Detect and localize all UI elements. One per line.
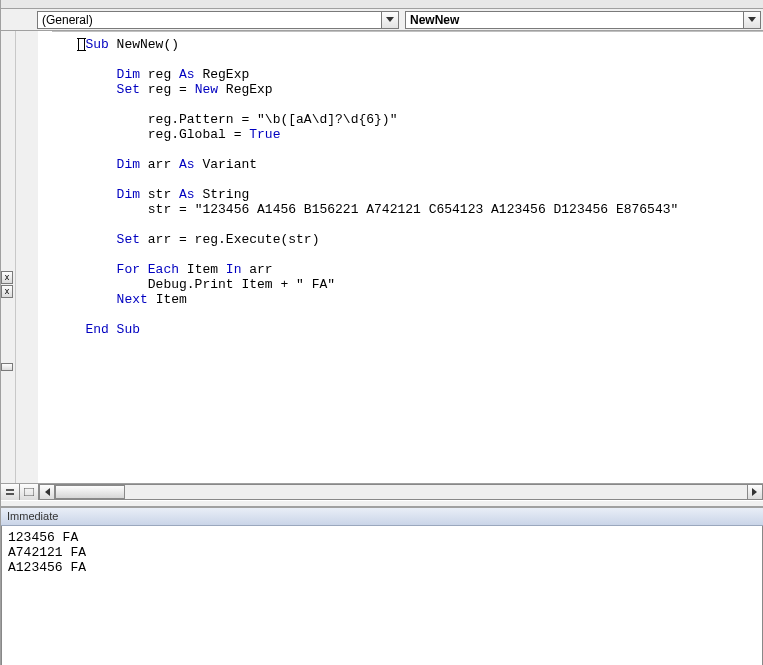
svg-rect-4: [24, 488, 34, 496]
docked-close-button-1[interactable]: x: [1, 271, 13, 284]
procedure-view-button[interactable]: [1, 484, 20, 500]
editor-gutter: x x: [1, 31, 38, 483]
immediate-window: Immediate 123456 FA A742121 FA A123456 F…: [1, 507, 763, 665]
toolbar-strip: [1, 0, 763, 9]
docked-edge-handle[interactable]: [1, 363, 13, 371]
svg-marker-0: [386, 17, 394, 22]
breakpoint-margin[interactable]: [15, 31, 38, 483]
vbe-window: (General) NewNew x x Sub NewNew() Dim re…: [0, 0, 763, 665]
code-area[interactable]: Sub NewNew() Dim reg As RegExp Set reg =…: [38, 31, 763, 483]
hscroll-right-arrow[interactable]: [747, 484, 763, 500]
current-line-marker: [78, 38, 85, 51]
object-combo[interactable]: (General): [37, 11, 399, 29]
full-module-view-button[interactable]: [20, 484, 39, 500]
procedure-combo-button[interactable]: [743, 12, 760, 28]
svg-rect-3: [6, 493, 14, 495]
immediate-output[interactable]: 123456 FA A742121 FA A123456 FA: [2, 526, 762, 579]
procedure-combo[interactable]: NewNew: [405, 11, 761, 29]
horizontal-splitter[interactable]: [1, 500, 763, 507]
editor-bottom-bar: [1, 483, 763, 500]
immediate-window-body[interactable]: 123456 FA A742121 FA A123456 FA: [1, 526, 763, 665]
object-combo-text: (General): [38, 13, 381, 27]
procedure-separator: [52, 31, 763, 32]
svg-marker-6: [752, 488, 757, 496]
horizontal-scrollbar[interactable]: [39, 484, 763, 500]
object-combo-button[interactable]: [381, 12, 398, 28]
code-text[interactable]: Sub NewNew() Dim reg As RegExp Set reg =…: [38, 31, 763, 337]
svg-marker-1: [748, 17, 756, 22]
svg-rect-2: [6, 489, 14, 491]
procedure-combo-text: NewNew: [406, 13, 743, 27]
hscroll-track[interactable]: [55, 484, 747, 500]
hscroll-left-arrow[interactable]: [39, 484, 55, 500]
code-editor-region: x x Sub NewNew() Dim reg As RegExp Set r…: [1, 31, 763, 483]
svg-marker-5: [45, 488, 50, 496]
docked-close-button-2[interactable]: x: [1, 285, 13, 298]
object-procedure-bar: (General) NewNew: [1, 9, 763, 31]
immediate-window-title[interactable]: Immediate: [1, 508, 763, 526]
hscroll-thumb[interactable]: [55, 485, 125, 499]
